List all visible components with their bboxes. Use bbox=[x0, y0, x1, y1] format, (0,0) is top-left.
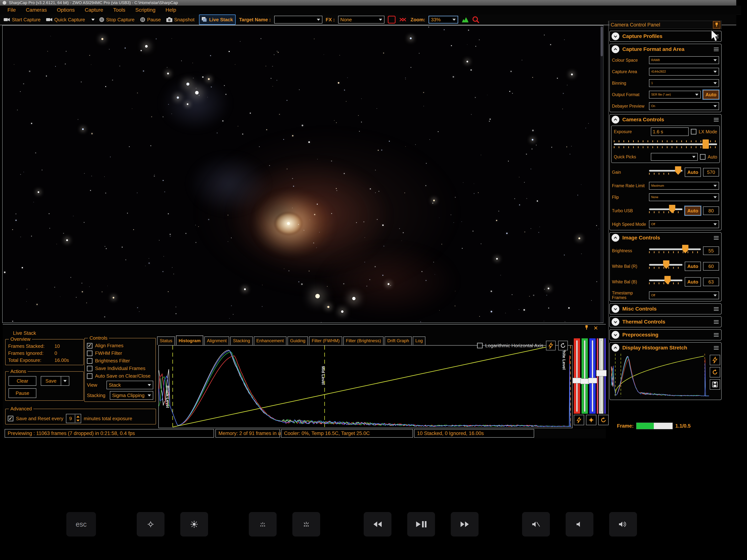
save-reset-checkbox[interactable]: ✓ bbox=[8, 416, 14, 421]
tab-status[interactable]: Status bbox=[157, 337, 175, 345]
keyboard-light-down-key[interactable] bbox=[249, 512, 277, 536]
reset-stretch-icon[interactable] bbox=[710, 367, 720, 377]
selection-area-icon[interactable] bbox=[388, 16, 395, 24]
spinner-down-icon[interactable] bbox=[75, 419, 81, 422]
green-level-slider[interactable] bbox=[582, 338, 588, 414]
histogram-icon[interactable] bbox=[462, 17, 469, 23]
reticle-icon[interactable]: ✕✕ bbox=[399, 16, 404, 23]
clear-button[interactable]: Clear bbox=[8, 376, 36, 386]
white-bal-r-value[interactable]: 60 bbox=[703, 262, 719, 271]
save-stretch-icon[interactable] bbox=[710, 379, 720, 390]
scrollbar-thumb[interactable] bbox=[601, 27, 603, 56]
log-axis-checkbox[interactable]: ✓ bbox=[477, 343, 483, 348]
section-menu-icon[interactable] bbox=[714, 346, 719, 350]
quick-capture-dropdown[interactable] bbox=[91, 19, 95, 21]
flip-select[interactable]: None bbox=[649, 193, 719, 201]
collapse-icon[interactable] bbox=[612, 116, 619, 124]
expand-icon[interactable] bbox=[612, 32, 619, 40]
zoom-magnifier-icon[interactable] bbox=[472, 16, 479, 23]
volume-down-key[interactable] bbox=[566, 512, 593, 536]
section-menu-icon[interactable] bbox=[714, 48, 719, 51]
white-bal-r-auto-button[interactable]: Auto bbox=[685, 262, 701, 271]
binning-select[interactable]: 1 bbox=[649, 79, 719, 87]
pause-stack-button[interactable]: Pause bbox=[8, 388, 36, 398]
exposure-slider[interactable] bbox=[614, 140, 717, 148]
red-level-handle[interactable] bbox=[573, 378, 582, 383]
mini-histogram[interactable] bbox=[611, 354, 720, 398]
save-button[interactable]: Save bbox=[41, 376, 61, 386]
rewind-key[interactable] bbox=[364, 512, 391, 536]
section-menu-icon[interactable] bbox=[714, 320, 719, 324]
fast-forward-key[interactable] bbox=[451, 512, 479, 536]
save-dropdown[interactable] bbox=[61, 376, 69, 386]
volume-up-key[interactable] bbox=[609, 512, 637, 536]
auto-save-checkbox[interactable]: ✓ bbox=[87, 373, 93, 379]
snapshot-button[interactable]: Snapshot bbox=[165, 16, 196, 23]
collapse-icon[interactable] bbox=[612, 344, 619, 352]
live-image-view[interactable] bbox=[2, 25, 603, 323]
turbo-usb-auto-button[interactable]: Auto bbox=[685, 206, 701, 215]
fwhm-filter-row[interactable]: ✓FWHM Filter bbox=[87, 350, 153, 356]
section-menu-icon[interactable] bbox=[714, 236, 719, 240]
gain-auto-button[interactable]: Auto bbox=[685, 167, 701, 177]
blue-level-slider[interactable] bbox=[589, 338, 596, 414]
slider-handle[interactable] bbox=[702, 139, 709, 149]
white-bal-r-slider[interactable] bbox=[649, 264, 682, 269]
save-reset-spinner[interactable]: 9 bbox=[66, 414, 81, 423]
play-pause-key[interactable] bbox=[407, 512, 435, 536]
pause-button[interactable]: Pause bbox=[139, 16, 162, 23]
slider-handle[interactable] bbox=[675, 166, 681, 175]
pin-icon[interactable] bbox=[713, 21, 720, 28]
quick-picks-auto-checkbox[interactable]: ✓ bbox=[700, 154, 705, 160]
turbo-usb-slider[interactable] bbox=[649, 208, 682, 213]
sparkle-icon[interactable] bbox=[586, 415, 596, 425]
gain-value[interactable]: 570 bbox=[703, 168, 719, 177]
gain-slider[interactable] bbox=[649, 170, 682, 175]
fwhm-filter-checkbox[interactable]: ✓ bbox=[87, 351, 93, 356]
menu-file[interactable]: File bbox=[7, 7, 16, 13]
view-select[interactable]: Stack bbox=[106, 381, 153, 389]
tab-filter-brightness[interactable]: Filter (Brightness) bbox=[343, 337, 384, 345]
frame-rate-limit-select[interactable]: Maximum bbox=[649, 182, 719, 190]
timestamp-frames-select[interactable]: Off bbox=[649, 292, 719, 299]
collapse-icon[interactable] bbox=[612, 45, 619, 53]
tab-alignment[interactable]: Alignment bbox=[204, 337, 229, 345]
esc-key[interactable]: esc bbox=[66, 512, 96, 536]
auto-stretch-icon[interactable] bbox=[574, 415, 584, 425]
dock-close-icon[interactable]: ✕ bbox=[593, 325, 598, 331]
save-individual-checkbox[interactable]: ✓ bbox=[87, 366, 93, 371]
brightness-slider[interactable] bbox=[649, 248, 701, 253]
tab-log[interactable]: Log bbox=[413, 337, 426, 345]
output-format-select[interactable]: SER file (*.ser) bbox=[649, 91, 701, 99]
expand-icon[interactable] bbox=[612, 331, 619, 339]
white-bal-b-auto-button[interactable]: Auto bbox=[685, 277, 701, 287]
tab-drift-graph[interactable]: Drift Graph bbox=[385, 337, 411, 345]
white-bal-b-value[interactable]: 63 bbox=[703, 277, 719, 286]
colour-space-select[interactable]: RAW8 bbox=[649, 56, 719, 64]
mute-key[interactable] bbox=[522, 512, 550, 536]
quick-picks-select[interactable] bbox=[651, 153, 698, 161]
red-level-slider[interactable] bbox=[574, 338, 580, 414]
auto-stretch-icon[interactable] bbox=[546, 341, 556, 350]
white-bal-b-slider[interactable] bbox=[649, 279, 682, 284]
menu-scripting[interactable]: Scripting bbox=[135, 7, 155, 13]
target-name-input[interactable] bbox=[274, 16, 323, 24]
expand-icon[interactable] bbox=[612, 318, 619, 326]
align-frames-checkbox[interactable]: ✓ bbox=[87, 343, 93, 348]
tab-enhancement[interactable]: Enhancement bbox=[254, 337, 286, 345]
brightness-up-key[interactable] bbox=[180, 512, 208, 536]
start-capture-button[interactable]: Start Capture bbox=[3, 16, 42, 23]
brightness-value[interactable]: 55 bbox=[703, 246, 719, 255]
histogram-plot[interactable] bbox=[158, 345, 572, 428]
menu-capture[interactable]: Capture bbox=[85, 7, 103, 13]
brightness-down-key[interactable] bbox=[137, 512, 164, 536]
tab-filter-fwhm[interactable]: Filter (FWHM) bbox=[309, 337, 342, 345]
blue-level-handle[interactable] bbox=[588, 378, 597, 383]
brightness-filter-row[interactable]: ✓Brightness Filter bbox=[87, 358, 153, 364]
dock-pin-icon[interactable] bbox=[585, 325, 589, 331]
quick-capture-button[interactable]: Quick Capture bbox=[45, 16, 86, 23]
section-menu-icon[interactable] bbox=[714, 333, 719, 337]
section-menu-icon[interactable] bbox=[714, 118, 719, 122]
save-individual-row[interactable]: ✓Save Individual Frames bbox=[87, 366, 153, 371]
expand-icon[interactable] bbox=[612, 305, 619, 313]
